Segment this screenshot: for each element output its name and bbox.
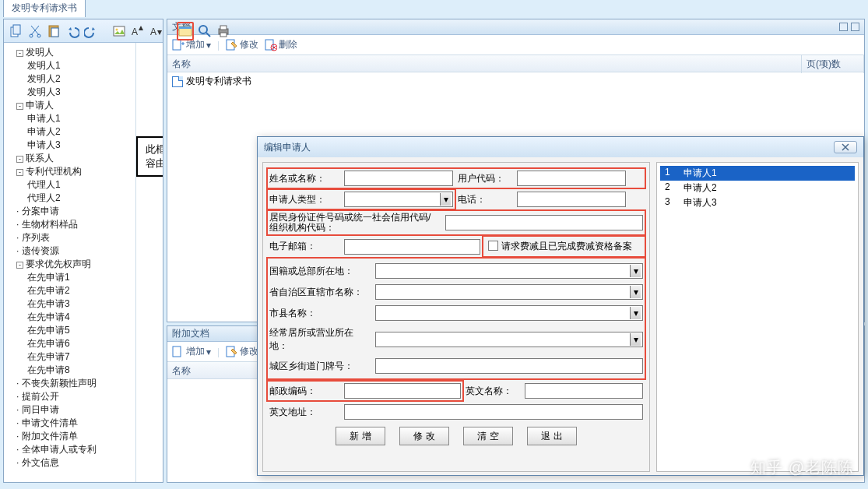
editor-area: A▴ A▾ -发明人 发明人1发明人2发明人3 -申请人 申请人1申请人2申请人… (3, 19, 163, 483)
edit-button[interactable]: 修改 (226, 38, 258, 51)
copy-icon[interactable] (9, 22, 24, 40)
fee-checkbox-row[interactable]: 请求费减且已完成费减资格备案 (485, 238, 643, 255)
add-button[interactable]: 增加 ▾ (172, 345, 211, 358)
undo-icon[interactable] (65, 22, 80, 40)
svg-rect-22 (173, 347, 181, 357)
annotation-note: 如申请人数量超过3个，则需点击此按键，添加申请人信息。 (136, 58, 139, 80)
dialog-title: 编辑申请人 (264, 141, 311, 154)
svg-text:A: A (132, 26, 138, 37)
list-item[interactable]: 3申请人3 (660, 195, 855, 210)
exit-button[interactable]: 退 出 (527, 427, 577, 445)
city-select[interactable]: ▾ (375, 305, 643, 321)
residence-select[interactable]: ▾ (375, 332, 643, 347)
svg-rect-17 (179, 26, 192, 29)
list-item[interactable]: 1申请人1 (660, 166, 855, 181)
clear-button[interactable]: 清 空 (463, 427, 513, 445)
svg-text:A: A (150, 26, 156, 37)
province-select[interactable]: ▾ (375, 284, 643, 300)
nation-select[interactable]: ▾ (375, 263, 643, 279)
add-applicant-icon[interactable] (177, 22, 194, 40)
applicant-list[interactable]: 1申请人1 2申请人2 3申请人3 (656, 162, 859, 472)
english-address-field[interactable] (344, 404, 643, 420)
english-name-field[interactable] (525, 383, 643, 399)
app-tab[interactable]: 发明专利请求书 (3, 0, 86, 17)
print-icon[interactable] (216, 22, 231, 40)
checkbox-icon[interactable] (488, 241, 498, 251)
idcode-field[interactable] (445, 215, 643, 230)
list-item[interactable]: 2申请人2 (660, 181, 855, 195)
svg-rect-20 (220, 26, 227, 30)
name-field[interactable] (344, 171, 453, 186)
svg-point-11 (116, 28, 118, 30)
type-select[interactable]: ▾ (344, 192, 453, 207)
font-decrease-icon[interactable]: A▾ (149, 22, 164, 40)
font-increase-icon[interactable]: A▴ (130, 22, 146, 40)
panel-close-icon[interactable] (851, 23, 859, 31)
redo-icon[interactable] (83, 22, 99, 40)
panel-min-icon[interactable] (839, 23, 848, 31)
email-field[interactable] (344, 239, 480, 255)
toolbar: A▴ A▾ (4, 19, 163, 43)
street-field[interactable] (375, 358, 643, 374)
cut-icon[interactable] (27, 22, 43, 40)
svg-rect-9 (51, 28, 58, 37)
paste-icon[interactable] (46, 22, 61, 40)
svg-text:▴: ▴ (139, 24, 143, 33)
search-icon[interactable] (197, 22, 213, 40)
document-icon (172, 76, 183, 87)
add-button[interactable]: 增加 ▾ (172, 38, 211, 51)
corner-note: 此框内容由国 (136, 136, 163, 177)
svg-rect-0 (173, 40, 181, 50)
doc-list-header: 名称页(项)数 (167, 55, 864, 72)
tree-view[interactable]: -发明人 发明人1发明人2发明人3 -申请人 申请人1申请人2申请人3 -联系人… (4, 43, 136, 482)
attachment-panel-title: 附加文档 (172, 327, 209, 340)
zip-field[interactable] (344, 383, 461, 399)
form-pane: 姓名或名称： 用户代码： 申请人类型： ▾ 电话： 居民身份证件号码或统一社会信… (262, 162, 650, 472)
edit-button[interactable]: 修 改 (399, 427, 449, 445)
list-item[interactable]: 发明专利请求书 (167, 72, 864, 90)
svg-text:▾: ▾ (157, 26, 162, 37)
svg-point-18 (199, 26, 207, 33)
svg-rect-21 (220, 33, 227, 37)
document-view: 如申请人数量超过3个，则需点击此按键，添加申请人信息。 发明专利请求书 代理机构… (136, 43, 163, 482)
tel-field[interactable] (517, 192, 626, 207)
image-icon[interactable] (111, 22, 127, 40)
delete-button[interactable]: 删除 (265, 38, 297, 51)
close-icon[interactable] (834, 141, 857, 153)
edit-button[interactable]: 修改 (226, 345, 258, 358)
svg-rect-5 (13, 25, 20, 34)
edit-applicant-dialog: 编辑申请人 姓名或名称： 用户代码： 申请人类型： ▾ 电话： 居民身份证件号码… (257, 136, 864, 476)
add-button[interactable]: 新 增 (336, 427, 385, 445)
usercode-field[interactable] (517, 171, 626, 186)
